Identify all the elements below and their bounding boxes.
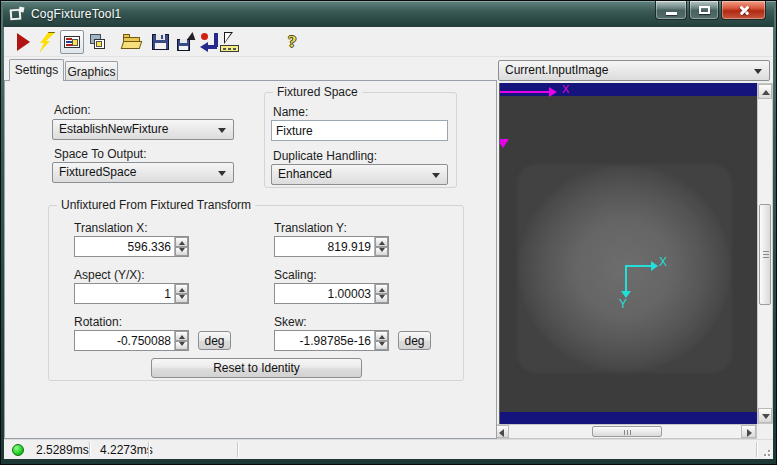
transform-group-title: Unfixtured From Fixtured Transform [57, 198, 255, 212]
scroll-right-icon [747, 429, 752, 437]
image-viewport[interactable]: X X Y [499, 83, 757, 424]
scroll-right-button[interactable] [741, 425, 756, 438]
window-title: CogFixtureTool1 [31, 7, 121, 21]
fixture-axis-x-arrowhead [651, 261, 658, 271]
close-button[interactable] [721, 1, 766, 20]
action-combo-value: EstablishNewFixture [59, 122, 168, 136]
vertical-scroll-thumb[interactable] [759, 204, 771, 305]
status-separator [148, 442, 149, 457]
toolbar: ? [4, 27, 773, 57]
scroll-down-icon [762, 414, 770, 419]
maximize-button[interactable] [689, 1, 719, 20]
tab-settings[interactable]: Settings [9, 59, 64, 81]
spinner-buttons[interactable] [374, 284, 388, 303]
chevron-down-icon [754, 69, 762, 74]
run-electrode-icon[interactable] [37, 32, 57, 52]
chevron-down-icon [218, 171, 226, 176]
settings-tab-panel: Action: EstablishNewFixture Space To Out… [4, 80, 497, 439]
aspect-value[interactable] [75, 284, 174, 303]
magenta-axis-x-label: X [562, 83, 569, 95]
status-separator [237, 442, 238, 457]
scroll-down-button[interactable] [758, 408, 772, 423]
spinner-buttons[interactable] [374, 237, 388, 256]
fixture-axis-x-label: X [659, 255, 667, 269]
fixture-axis-x-line [625, 265, 652, 267]
scroll-left-icon [499, 429, 504, 437]
horizontal-scrollbar[interactable] [493, 424, 757, 439]
spinner-buttons[interactable] [374, 331, 388, 350]
save-icon[interactable] [151, 32, 171, 52]
status-bar: 2.5289ms 4.2273ms [4, 439, 773, 459]
duplicate-handling-combo-value: Enhanced [278, 167, 332, 181]
magenta-marker-fragment [499, 139, 509, 148]
scaling-value[interactable] [275, 284, 374, 303]
open-file-icon[interactable] [122, 32, 142, 52]
duplicate-handling-combo[interactable]: Enhanced [271, 164, 448, 185]
help-icon[interactable]: ? [288, 32, 308, 52]
aspect-stepper[interactable] [74, 283, 189, 304]
execution-time: 2.5289ms [36, 443, 89, 457]
name-field[interactable] [271, 120, 448, 141]
reload-icon[interactable] [200, 32, 220, 52]
pointer-measure-icon[interactable] [220, 32, 240, 52]
chevron-down-icon [432, 173, 440, 178]
space-to-output-label: Space To Output: [54, 147, 147, 161]
translation-y-value[interactable] [275, 237, 374, 256]
action-combo[interactable]: EstablishNewFixture [52, 119, 234, 140]
rotation-stepper[interactable] [74, 330, 189, 351]
scroll-up-button[interactable] [758, 84, 772, 99]
app-icon [10, 7, 24, 21]
chevron-down-icon [218, 128, 226, 133]
image-source-combo-value: Current.InputImage [505, 63, 608, 77]
spinner-buttons[interactable] [174, 284, 188, 303]
fixture-axis-y-line [625, 265, 627, 292]
image-source-combo[interactable]: Current.InputImage [498, 60, 770, 81]
scroll-up-icon [762, 90, 770, 95]
magenta-axis-line [500, 91, 550, 93]
translation-x-label: Translation X: [74, 221, 148, 235]
image-top-border [500, 83, 757, 96]
translation-x-value[interactable] [75, 237, 174, 256]
scaling-stepper[interactable] [274, 283, 389, 304]
horizontal-scroll-thumb[interactable] [592, 426, 662, 437]
minimize-icon [666, 12, 677, 15]
resize-grip[interactable] [760, 446, 770, 456]
duplicate-handling-label: Duplicate Handling: [273, 149, 377, 163]
show-electrode-toggle-button[interactable] [60, 30, 84, 54]
skew-label: Skew: [274, 315, 307, 329]
scaling-label: Scaling: [274, 268, 317, 282]
skew-unit-button[interactable]: deg [398, 331, 431, 350]
rotation-unit-button[interactable]: deg [198, 331, 231, 350]
rotation-label: Rotation: [74, 315, 122, 329]
fixtured-space-group: Fixtured Space Name: Duplicate Handling:… [264, 92, 457, 188]
translation-x-stepper[interactable] [74, 236, 189, 257]
name-label: Name: [273, 105, 308, 119]
status-separator [756, 442, 757, 457]
close-icon [739, 5, 750, 16]
spinner-buttons[interactable] [174, 237, 188, 256]
tab-graphics[interactable]: Graphics [65, 61, 118, 81]
space-to-output-combo[interactable]: FixturedSpace [52, 162, 234, 183]
skew-value[interactable] [275, 331, 374, 350]
skew-stepper[interactable] [274, 330, 389, 351]
run-status-indicator [12, 444, 24, 456]
run-icon[interactable] [14, 32, 34, 52]
translation-y-stepper[interactable] [274, 236, 389, 257]
reset-to-identity-button[interactable]: Reset to Identity [151, 358, 362, 378]
magenta-axis-arrowhead [549, 87, 557, 97]
status-separator [89, 442, 90, 457]
vertical-scrollbar[interactable] [757, 83, 773, 424]
electrode-icon [64, 36, 80, 48]
rotation-value[interactable] [75, 331, 174, 350]
image-bottom-border [500, 412, 757, 424]
client-area: ? Settings Graphics Action: EstablishNew… [4, 27, 773, 459]
aspect-label: Aspect (Y/X): [74, 268, 145, 282]
translation-y-label: Translation Y: [274, 221, 347, 235]
floating-window-icon[interactable] [88, 32, 108, 52]
minimize-button[interactable] [655, 1, 687, 20]
total-time: 4.2273ms [100, 443, 153, 457]
maximize-icon [699, 6, 710, 14]
save-as-icon[interactable] [177, 32, 197, 52]
app-window: CogFixtureTool1 ? Settings Graphics Act [0, 0, 777, 465]
spinner-buttons[interactable] [174, 331, 188, 350]
